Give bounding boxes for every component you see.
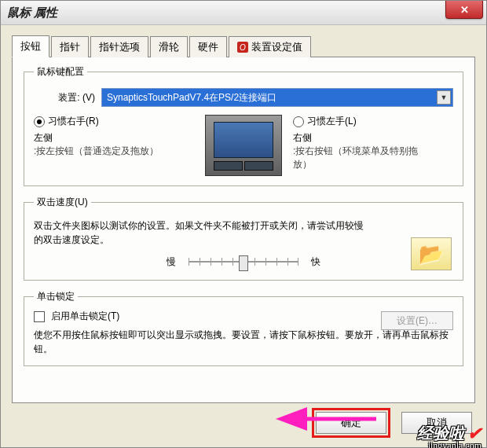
tab-buttons[interactable]: 按钮 [12,35,49,57]
ok-button[interactable]: 确定 [316,412,386,434]
tab-bar: 按钮 指针 指针选项 滑轮 硬件 O 装置设定值 [12,35,475,57]
titlebar[interactable]: 鼠标 属性 ✕ [1,1,486,25]
right-side-desc: :按右按钮（环境菜单及特别拖放） [293,145,427,171]
checkbox-icon [34,311,45,322]
dialog-footer: 确定 取消 [312,408,472,438]
device-label: 装置: (V) [34,91,95,105]
tab-hardware[interactable]: 硬件 [189,36,227,57]
window-title: 鼠标 属性 [7,6,57,20]
group-button-config-legend: 鼠标键配置 [34,65,87,79]
slow-label: 慢 [167,255,176,269]
touchpad-illustration [205,115,282,176]
radio-right-handed-label: 习惯右手(R) [48,115,99,128]
group-double-click-legend: 双击速度(U) [34,196,91,209]
tab-panel-buttons: 鼠标键配置 装置: (V) SynapticsTouchPadV7.4在PS/2… [12,57,475,403]
tab-device-settings-label: 装置设定值 [251,40,302,54]
group-click-lock-legend: 单击锁定 [34,290,78,303]
tab-pointer-options[interactable]: 指针选项 [90,36,148,57]
left-side-desc: :按左按钮（普通选定及拖放） [34,145,167,158]
tab-pointer[interactable]: 指针 [51,36,89,57]
cancel-button[interactable]: 取消 [401,412,472,434]
synaptics-icon: O [237,42,248,53]
group-click-lock: 单击锁定 启用单击锁定(T) 设置(E)… 使您不用按住鼠标按钮即可以突出显示或… [24,290,463,366]
left-side-title: 左侧 [34,131,194,145]
group-button-config: 鼠标键配置 装置: (V) SynapticsTouchPadV7.4在PS/2… [24,65,463,186]
radio-icon [293,116,304,127]
folder-icon: 📂 [419,242,444,266]
chevron-down-icon: ▼ [437,90,451,105]
radio-left-handed[interactable]: 习惯左手(L) [293,115,453,128]
clicklock-checkbox-label: 启用单击锁定(T) [51,310,119,323]
watermark-sub: jingyanla.com [428,440,482,448]
radio-right-handed[interactable]: 习惯右手(R) [34,115,194,128]
slider-thumb[interactable] [239,255,248,271]
radio-left-handed-label: 习惯左手(L) [307,115,357,128]
mouse-properties-window: 鼠标 属性 ✕ 按钮 指针 指针选项 滑轮 硬件 O 装置设定值 鼠标键配置 装… [0,0,487,448]
clicklock-desc: 使您不用按住鼠标按钮即可以突出显示或拖拽。要设置，请按下鼠标按钮。要放开，请再单… [34,328,453,356]
double-click-desc: 双击文件夹图标以测试你的设置。如果文件夹不能被打开或关闭，请尝试用较慢的双击速度… [34,218,364,247]
tab-wheel[interactable]: 滑轮 [150,36,188,57]
device-select[interactable]: SynapticsTouchPadV7.4在PS/2连接端口 ▼ [101,88,453,107]
fast-label: 快 [311,255,320,269]
tab-device-settings[interactable]: O 装置设定值 [229,36,311,57]
right-side-title: 右侧 [293,131,453,145]
group-double-click: 双击速度(U) 双击文件夹图标以测试你的设置。如果文件夹不能被打开或关闭，请尝试… [24,196,463,281]
double-click-speed-slider[interactable] [189,253,298,270]
radio-icon [34,116,45,127]
close-icon: ✕ [460,4,469,16]
ok-button-highlight: 确定 [312,408,390,438]
close-button[interactable]: ✕ [445,1,483,19]
folder-test-icon[interactable]: 📂 [411,237,452,270]
device-select-value: SynapticsTouchPadV7.4在PS/2连接端口 [107,91,276,105]
clicklock-settings-button: 设置(E)… [381,311,453,330]
